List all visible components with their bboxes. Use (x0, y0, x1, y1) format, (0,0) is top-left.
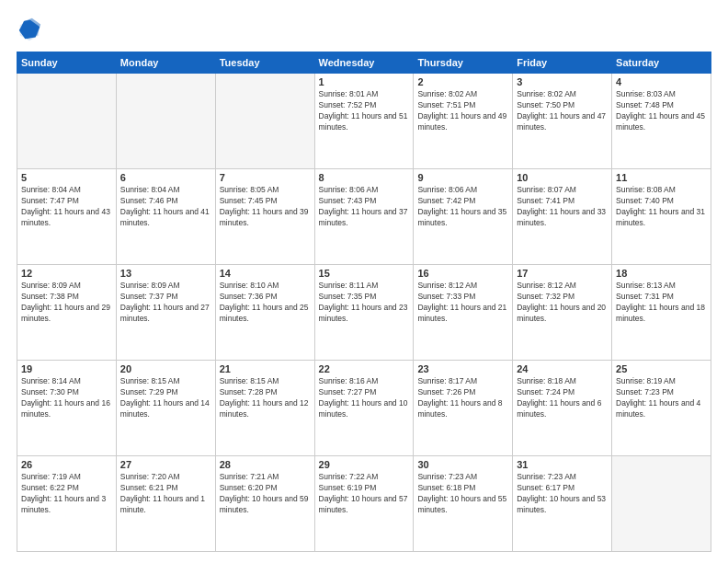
calendar-cell: 8Sunrise: 8:06 AMSunset: 7:43 PMDaylight… (314, 169, 414, 265)
calendar-cell: 22Sunrise: 8:16 AMSunset: 7:27 PMDayligh… (314, 361, 414, 456)
day-info: Sunrise: 8:09 AMSunset: 7:37 PMDaylight:… (120, 281, 211, 325)
calendar-cell: 17Sunrise: 8:12 AMSunset: 7:32 PMDayligh… (513, 265, 612, 361)
col-friday: Friday (513, 52, 612, 74)
day-info: Sunrise: 8:06 AMSunset: 7:42 PMDaylight:… (417, 185, 508, 229)
day-info: Sunrise: 8:15 AMSunset: 7:28 PMDaylight:… (220, 376, 311, 420)
logo (17, 17, 46, 42)
day-number: 26 (21, 459, 112, 470)
calendar-cell (17, 74, 117, 169)
calendar-cell: 15Sunrise: 8:11 AMSunset: 7:35 PMDayligh… (314, 265, 414, 361)
page: Sunday Monday Tuesday Wednesday Thursday… (0, 0, 728, 563)
day-info: Sunrise: 7:23 AMSunset: 6:17 PMDaylight:… (517, 472, 608, 516)
col-thursday: Thursday (414, 52, 513, 74)
day-info: Sunrise: 8:01 AMSunset: 7:52 PMDaylight:… (319, 89, 410, 133)
calendar-table: Sunday Monday Tuesday Wednesday Thursday… (17, 52, 711, 552)
day-info: Sunrise: 8:09 AMSunset: 7:38 PMDaylight:… (21, 281, 112, 325)
day-number: 7 (220, 172, 311, 183)
day-number: 25 (616, 363, 707, 374)
day-number: 9 (417, 172, 508, 183)
day-number: 13 (120, 268, 211, 279)
calendar-cell: 27Sunrise: 7:20 AMSunset: 6:21 PMDayligh… (116, 456, 215, 552)
day-number: 18 (616, 268, 707, 279)
calendar-cell: 19Sunrise: 8:14 AMSunset: 7:30 PMDayligh… (17, 361, 117, 456)
day-number: 1 (319, 76, 410, 87)
day-info: Sunrise: 8:17 AMSunset: 7:26 PMDaylight:… (417, 376, 508, 420)
calendar-cell: 2Sunrise: 8:02 AMSunset: 7:51 PMDaylight… (414, 74, 513, 169)
day-number: 29 (319, 459, 410, 470)
day-info: Sunrise: 8:15 AMSunset: 7:29 PMDaylight:… (120, 376, 211, 420)
day-number: 12 (21, 268, 112, 279)
col-saturday: Saturday (612, 52, 711, 74)
day-info: Sunrise: 8:04 AMSunset: 7:47 PMDaylight:… (21, 185, 112, 229)
day-number: 22 (319, 363, 410, 374)
day-info: Sunrise: 8:02 AMSunset: 7:50 PMDaylight:… (517, 89, 608, 133)
day-number: 6 (120, 172, 211, 183)
calendar-cell: 10Sunrise: 8:07 AMSunset: 7:41 PMDayligh… (513, 169, 612, 265)
day-info: Sunrise: 8:11 AMSunset: 7:35 PMDaylight:… (319, 281, 410, 325)
calendar-cell: 31Sunrise: 7:23 AMSunset: 6:17 PMDayligh… (513, 456, 612, 552)
calendar-cell: 12Sunrise: 8:09 AMSunset: 7:38 PMDayligh… (17, 265, 117, 361)
calendar-cell: 5Sunrise: 8:04 AMSunset: 7:47 PMDaylight… (17, 169, 117, 265)
day-info: Sunrise: 8:05 AMSunset: 7:45 PMDaylight:… (220, 185, 311, 229)
day-number: 10 (517, 172, 608, 183)
calendar-week-row: 5Sunrise: 8:04 AMSunset: 7:47 PMDaylight… (17, 169, 711, 265)
day-number: 5 (21, 172, 112, 183)
day-info: Sunrise: 7:23 AMSunset: 6:18 PMDaylight:… (417, 472, 508, 516)
calendar-header-row: Sunday Monday Tuesday Wednesday Thursday… (17, 52, 711, 74)
day-info: Sunrise: 8:14 AMSunset: 7:30 PMDaylight:… (21, 376, 112, 420)
calendar-cell: 14Sunrise: 8:10 AMSunset: 7:36 PMDayligh… (215, 265, 314, 361)
calendar-cell: 30Sunrise: 7:23 AMSunset: 6:18 PMDayligh… (414, 456, 513, 552)
col-sunday: Sunday (17, 52, 117, 74)
day-number: 11 (616, 172, 707, 183)
calendar-cell: 6Sunrise: 8:04 AMSunset: 7:46 PMDaylight… (116, 169, 215, 265)
day-info: Sunrise: 8:06 AMSunset: 7:43 PMDaylight:… (319, 185, 410, 229)
day-number: 31 (517, 459, 608, 470)
day-info: Sunrise: 8:12 AMSunset: 7:32 PMDaylight:… (517, 281, 608, 325)
day-number: 27 (120, 459, 211, 470)
calendar-week-row: 1Sunrise: 8:01 AMSunset: 7:52 PMDaylight… (17, 74, 711, 169)
calendar-cell: 26Sunrise: 7:19 AMSunset: 6:22 PMDayligh… (17, 456, 117, 552)
day-info: Sunrise: 7:21 AMSunset: 6:20 PMDaylight:… (220, 472, 311, 516)
day-number: 28 (220, 459, 311, 470)
col-monday: Monday (116, 52, 215, 74)
calendar-cell: 25Sunrise: 8:19 AMSunset: 7:23 PMDayligh… (612, 361, 711, 456)
calendar-cell: 13Sunrise: 8:09 AMSunset: 7:37 PMDayligh… (116, 265, 215, 361)
calendar-cell: 1Sunrise: 8:01 AMSunset: 7:52 PMDaylight… (314, 74, 414, 169)
day-number: 8 (319, 172, 410, 183)
calendar-cell: 9Sunrise: 8:06 AMSunset: 7:42 PMDaylight… (414, 169, 513, 265)
day-number: 24 (517, 363, 608, 374)
calendar-cell: 3Sunrise: 8:02 AMSunset: 7:50 PMDaylight… (513, 74, 612, 169)
calendar-cell: 16Sunrise: 8:12 AMSunset: 7:33 PMDayligh… (414, 265, 513, 361)
day-number: 15 (319, 268, 410, 279)
calendar-cell: 24Sunrise: 8:18 AMSunset: 7:24 PMDayligh… (513, 361, 612, 456)
calendar-cell (215, 74, 314, 169)
calendar-week-row: 19Sunrise: 8:14 AMSunset: 7:30 PMDayligh… (17, 361, 711, 456)
day-info: Sunrise: 8:18 AMSunset: 7:24 PMDaylight:… (517, 376, 608, 420)
day-number: 16 (417, 268, 508, 279)
calendar-cell: 28Sunrise: 7:21 AMSunset: 6:20 PMDayligh… (215, 456, 314, 552)
calendar-cell: 21Sunrise: 8:15 AMSunset: 7:28 PMDayligh… (215, 361, 314, 456)
day-info: Sunrise: 7:22 AMSunset: 6:19 PMDaylight:… (319, 472, 410, 516)
day-number: 2 (417, 76, 508, 87)
day-info: Sunrise: 8:04 AMSunset: 7:46 PMDaylight:… (120, 185, 211, 229)
day-info: Sunrise: 8:16 AMSunset: 7:27 PMDaylight:… (319, 376, 410, 420)
calendar-week-row: 26Sunrise: 7:19 AMSunset: 6:22 PMDayligh… (17, 456, 711, 552)
day-info: Sunrise: 7:20 AMSunset: 6:21 PMDaylight:… (120, 472, 211, 516)
calendar-cell: 23Sunrise: 8:17 AMSunset: 7:26 PMDayligh… (414, 361, 513, 456)
day-info: Sunrise: 7:19 AMSunset: 6:22 PMDaylight:… (21, 472, 112, 516)
day-number: 20 (120, 363, 211, 374)
calendar-cell: 20Sunrise: 8:15 AMSunset: 7:29 PMDayligh… (116, 361, 215, 456)
calendar-cell (116, 74, 215, 169)
calendar-cell: 18Sunrise: 8:13 AMSunset: 7:31 PMDayligh… (612, 265, 711, 361)
col-wednesday: Wednesday (314, 52, 414, 74)
day-number: 19 (21, 363, 112, 374)
day-info: Sunrise: 8:10 AMSunset: 7:36 PMDaylight:… (220, 281, 311, 325)
calendar-cell: 11Sunrise: 8:08 AMSunset: 7:40 PMDayligh… (612, 169, 711, 265)
day-number: 14 (220, 268, 311, 279)
calendar-cell: 29Sunrise: 7:22 AMSunset: 6:19 PMDayligh… (314, 456, 414, 552)
day-number: 17 (517, 268, 608, 279)
day-info: Sunrise: 8:02 AMSunset: 7:51 PMDaylight:… (417, 89, 508, 133)
col-tuesday: Tuesday (215, 52, 314, 74)
day-info: Sunrise: 8:08 AMSunset: 7:40 PMDaylight:… (616, 185, 707, 229)
day-info: Sunrise: 8:12 AMSunset: 7:33 PMDaylight:… (417, 281, 508, 325)
